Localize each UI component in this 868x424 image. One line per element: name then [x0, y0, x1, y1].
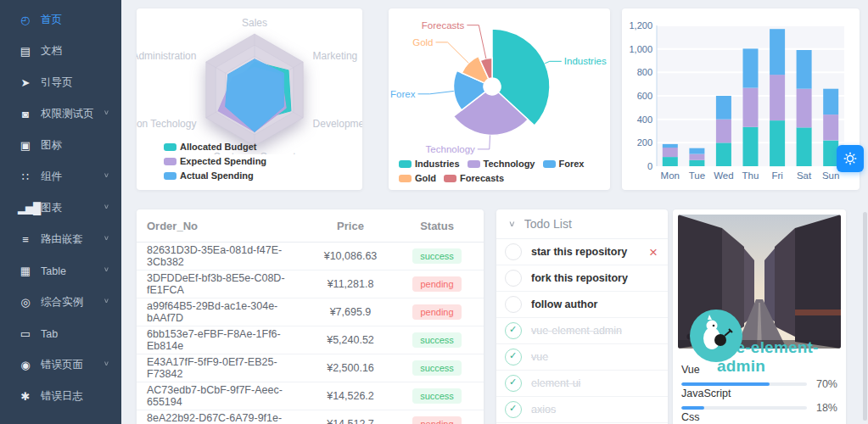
new-todo-input[interactable] — [523, 216, 628, 232]
price-cell: ¥11,281.8 — [300, 278, 400, 290]
sidebar-item-tab[interactable]: ▭ Tab — [0, 318, 121, 349]
avatar — [690, 310, 742, 362]
bar-chart: 02004006008001,0001,200MonTueWedThuFriSa… — [622, 8, 860, 190]
sidebar-item-label: Table — [41, 265, 66, 277]
error-page-icon: ◉ — [18, 359, 32, 371]
svg-text:Sat: Sat — [797, 170, 812, 181]
svg-text:Forecasts: Forecasts — [422, 20, 465, 31]
chevron-down-icon[interactable]: ∨ — [508, 219, 516, 228]
legend-swatch — [543, 160, 556, 168]
lock-icon: ◙ — [18, 108, 32, 120]
todo-item: axios — [496, 397, 668, 423]
todo-item: star this repository — [496, 239, 668, 265]
tab-icon: ▭ — [18, 327, 32, 340]
sidebar-item-icons[interactable]: ▣ 图标 — [0, 130, 121, 161]
radar-legend: Allocated Budget Expected Spending Actua… — [164, 140, 362, 183]
checkbox-icon[interactable] — [505, 401, 522, 418]
bar-chart-card: 02004006008001,0001,200MonTueWedThuFriSa… — [622, 8, 860, 190]
price-cell: ¥14,512.7 — [300, 418, 400, 424]
checkbox-icon[interactable] — [505, 296, 522, 313]
svg-text:Administration: Administration — [137, 50, 196, 62]
sidebar-item-error-log[interactable]: ✱ 错误日志 — [0, 381, 121, 412]
svg-text:Tue: Tue — [689, 170, 705, 181]
checkbox-icon[interactable] — [505, 375, 522, 392]
legend-swatch — [444, 175, 456, 182]
svg-text:Sun: Sun — [822, 170, 839, 181]
sidebar-item-guide[interactable]: ➤ 引导页 — [0, 67, 121, 98]
status-badge: pending — [412, 276, 461, 292]
svg-text:Technology: Technology — [426, 144, 475, 154]
sidebar-item-label: 文档 — [41, 44, 62, 59]
sidebar-item-documentation[interactable]: ▤ 文档 — [0, 36, 121, 67]
svg-text:Industries: Industries — [564, 56, 607, 66]
legend-item[interactable]: Actual Spending — [164, 169, 254, 183]
skill-row: JavaScript 18% — [681, 388, 837, 411]
checkbox-icon[interactable] — [505, 270, 522, 287]
legend-item[interactable]: Gold — [399, 171, 436, 186]
svg-text:Marketing: Marketing — [313, 50, 358, 62]
chart-icon: ▂▅█ — [18, 202, 32, 215]
progress-fill — [681, 382, 770, 386]
sidebar-item-label: 路由嵌套 — [41, 232, 83, 247]
legend-item[interactable]: Industries — [399, 157, 460, 171]
column-header-order-no: Order_No — [147, 220, 300, 232]
legend-item[interactable]: Technology — [468, 157, 535, 171]
sidebar-item-label: Tab — [41, 328, 58, 340]
sidebar-item-dashboard[interactable]: ◴ 首页 — [0, 4, 121, 36]
sidebar-item-charts[interactable]: ▂▅█ 图表 ∨ — [0, 192, 121, 224]
todo-item: fork this repository — [496, 265, 668, 292]
svg-text:Sales: Sales — [242, 17, 267, 29]
chevron-down-icon: ∨ — [104, 297, 109, 304]
main-content: SalesAdministrationInformation Techology… — [121, 0, 868, 424]
legend-item[interactable]: Forex — [543, 157, 585, 171]
sidebar-item-error-pages[interactable]: ◉ 错误页面 ∨ — [0, 349, 121, 381]
svg-text:Gold: Gold — [412, 37, 433, 47]
legend-item[interactable]: Allocated Budget — [164, 140, 256, 154]
legend-swatch — [164, 172, 176, 180]
table-row: E43A17fF-5fF9-0Ef7-EB25-F73842 ¥2,500.16… — [137, 354, 484, 382]
close-icon[interactable] — [649, 245, 658, 259]
dashboard-icon: ◴ — [18, 14, 32, 26]
svg-text:1,200: 1,200 — [629, 20, 652, 31]
sidebar-item-table[interactable]: ▦ Table ∨ — [0, 255, 121, 287]
order-no-cell: 82631D3D-35Ea-081d-f47E-3Cb382 — [147, 244, 300, 268]
checkbox-icon[interactable] — [505, 322, 522, 339]
chevron-down-icon: ∨ — [104, 109, 109, 116]
radar-chart-card: SalesAdministrationInformation Techology… — [137, 8, 362, 190]
sidebar-item-permission[interactable]: ◙ 权限测试页 ∨ — [0, 98, 121, 130]
nested-icon: ≡ — [18, 233, 32, 246]
checkbox-icon[interactable] — [505, 243, 522, 260]
sidebar-item-label: 图标 — [41, 138, 62, 153]
documentation-icon: ▤ — [18, 45, 32, 58]
guide-icon: ➤ — [18, 76, 32, 89]
chevron-down-icon: ∨ — [104, 203, 109, 210]
page-scrollbar[interactable] — [863, 212, 867, 421]
price-cell: ¥2,500.16 — [300, 362, 400, 374]
skills-list: Vue 70% JavaScript 18% Css — [681, 364, 837, 424]
legend-item[interactable]: Expected Spending — [164, 154, 266, 169]
sidebar-item-example[interactable]: ◎ 综合实例 ∨ — [0, 287, 121, 318]
sidebar-item-nested-routes[interactable]: ≡ 路由嵌套 ∨ — [0, 224, 121, 255]
todo-item-label: follow author — [531, 298, 597, 310]
legend-label: Expected Spending — [180, 154, 266, 169]
svg-text:Development: Development — [313, 118, 362, 130]
checkbox-icon[interactable] — [505, 349, 522, 365]
todo-list-card: ∨ star this repository fork this reposit… — [496, 209, 668, 424]
todo-item: vue — [496, 344, 668, 371]
settings-button[interactable] — [837, 145, 864, 172]
svg-text:Fri: Fri — [771, 170, 782, 181]
price-cell: ¥14,526.2 — [300, 390, 400, 402]
sidebar-item-label: 错误页面 — [41, 358, 83, 372]
sidebar-item-components[interactable]: ∷ 组件 ∨ — [0, 161, 121, 192]
legend-swatch — [399, 160, 412, 168]
todo-item-label: vue-element-admin — [531, 325, 622, 337]
todo-item-label: vue — [531, 351, 548, 363]
price-cell: ¥5,240.52 — [300, 334, 400, 346]
todo-header: ∨ — [496, 209, 668, 239]
svg-text:800: 800 — [637, 67, 652, 77]
skill-percent: 70% — [807, 378, 837, 390]
skill-name: Vue — [681, 364, 837, 377]
legend-label: Actual Spending — [180, 169, 254, 183]
legend-item[interactable]: Forecasts — [444, 171, 504, 186]
legend-swatch — [164, 158, 176, 165]
